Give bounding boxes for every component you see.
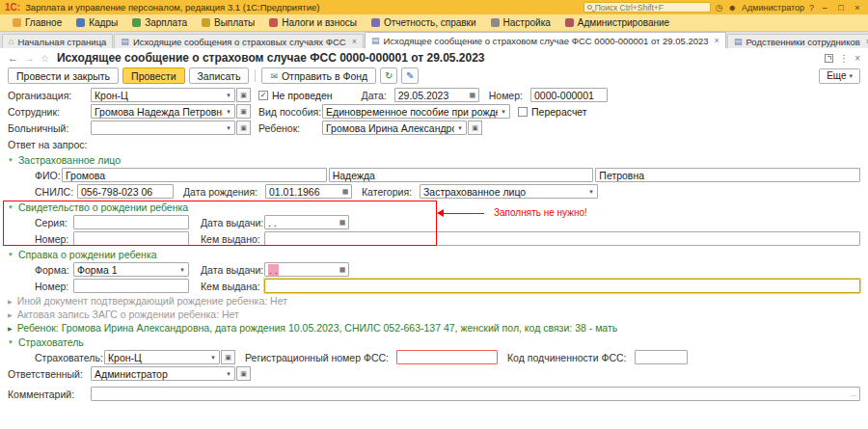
fss-code-field[interactable] [635,350,688,364]
group-zags-record[interactable]: ▶ Актовая запись ЗАГС о рождении ребенка… [0,308,868,321]
home-icon: ⌂ [9,37,14,46]
employee-field[interactable]: Громова Надежда Петровна ▾ [91,104,235,119]
collapse-icon[interactable]: ▼ [8,339,14,345]
tab-bar: ⌂ Начальная страница ▤ Исходящие сообщен… [0,32,868,48]
refresh-button[interactable]: ↻ [380,67,397,84]
sick-leave-field[interactable]: ▾ [91,121,235,135]
tab-close-icon[interactable]: × [715,36,719,45]
menu-item-otchetnost[interactable]: Отчетность, справки [365,16,483,29]
open-organization-button[interactable]: ▣ [236,88,251,102]
dropdown-icon[interactable]: ▾ [176,266,188,274]
calendar-icon[interactable]: ▦ [337,219,348,227]
child-field[interactable]: Громова Ирина Александровна ▾ [322,121,467,135]
dropdown-icon[interactable]: ▾ [498,108,509,116]
section-title[interactable]: Страхователь [18,336,84,348]
ref-issue-date-field[interactable]: . . ▦ [264,262,349,277]
menu-item-zarplata[interactable]: Зарплата [125,16,194,29]
dropdown-icon[interactable]: ▾ [223,92,234,99]
cert-issued-by-field[interactable] [264,231,860,246]
form-close-icon[interactable]: × [854,53,860,64]
menu-item-nalogi[interactable]: Налоги и взносы [262,16,364,29]
collapse-icon[interactable]: ▼ [8,157,14,163]
child-value: Громова Ирина Александровна [323,122,454,134]
recalculation-checkbox[interactable]: Перерасчет [518,106,587,118]
history-icon[interactable]: ◷ [716,3,723,13]
dropdown-icon[interactable]: ▾ [454,124,466,132]
checkbox-label: Перерасчет [531,106,587,118]
section-title[interactable]: Справка о рождении ребенка [18,249,157,260]
menu-item-administrirovanie[interactable]: Администрирование [558,16,676,29]
send-to-fund-button[interactable]: ✉ Отправить в Фонд [261,67,376,84]
write-button[interactable]: Записать [189,67,250,84]
global-search-input[interactable]: Поиск Ctrl+Shift+F [583,2,711,13]
open-insurer-button[interactable]: ▣ [221,350,235,364]
signature-button[interactable]: ✎ [401,67,419,84]
menu-item-nastroyka[interactable]: Настройка [484,16,557,29]
open-responsible-button[interactable]: ▣ [236,366,251,381]
dropdown-icon[interactable]: ▾ [223,370,234,378]
dropdown-icon[interactable]: ▾ [207,354,219,362]
responsible-field[interactable]: Администратор ▾ [91,366,235,381]
comment-field[interactable]: … [91,387,860,401]
collapse-icon[interactable]: ▼ [8,204,14,210]
section-title[interactable]: Застрахованное лицо [18,154,121,166]
forward-button[interactable]: → [24,52,35,64]
document-number-field[interactable]: 0000-000001 [530,88,608,102]
not-posted-checkbox[interactable]: ✓ Не проведен [258,90,333,101]
group-other-document[interactable]: ▶ Иной документ подтверждающий рождение … [0,294,868,308]
tab-close-icon[interactable]: × [352,37,357,46]
cert-issue-date-field[interactable]: . . ▦ [264,215,349,229]
dropdown-icon[interactable]: ▾ [223,124,234,132]
menu-item-kadry[interactable]: Кадры [69,16,124,29]
expand-icon: ▶ [8,298,13,305]
calendar-icon[interactable]: ▦ [337,266,348,274]
cert-number-field[interactable] [73,231,189,246]
open-child-button[interactable]: ▣ [468,121,482,135]
ref-form-field[interactable]: Форма 1 ▾ [73,262,189,277]
insurer-label: Страхователь: [35,352,104,363]
tab-home[interactable]: ⌂ Начальная страница [2,34,113,48]
comment-expand-icon[interactable]: … [848,390,859,397]
post-button[interactable]: Провести [122,67,184,84]
back-button[interactable]: ← [8,52,18,64]
tab-outgoing-message-document[interactable]: ▤ Исходящее сообщение о страховом случае… [365,32,726,48]
category-field[interactable]: Застрахованное лицо ▾ [420,184,598,199]
menu-item-glavnoe[interactable]: Главное [6,16,68,29]
post-and-close-button[interactable]: Провести и закрыть [8,67,119,84]
menu-item-vyplaty[interactable]: Выплаты [195,16,261,29]
ref-number-field[interactable] [73,279,189,293]
window-close-button[interactable]: × [852,3,863,13]
first-name-field[interactable]: Надежда [329,168,594,182]
dropdown-icon[interactable]: ▾ [223,108,234,116]
document-date-field[interactable]: 29.05.2023 ▦ [394,88,479,102]
group-child-info[interactable]: ▶ Ребенок: Громова Ирина Александровна, … [0,321,868,335]
favorite-star-icon[interactable]: ☆ [41,53,49,64]
calendar-icon[interactable]: ▦ [467,92,478,99]
calendar-icon[interactable]: ▦ [339,188,351,196]
cert-series-field[interactable] [73,215,189,229]
birth-date-field[interactable]: 01.01.1966 ▦ [265,184,352,199]
organization-field[interactable]: Крон-Ц ▾ [91,88,235,102]
tab-outgoing-messages-list[interactable]: ▤ Исходящие сообщения о страховых случая… [114,34,364,48]
open-sick-leave-button[interactable]: ▣ [236,121,251,135]
benefit-kind-field[interactable]: Единовременное пособие при рождении ребе… [322,104,510,119]
help-icon[interactable]: ? [809,3,814,13]
fss-reg-field[interactable] [396,350,498,364]
kebab-menu-icon[interactable]: ⋮ [839,53,849,64]
ref-issued-by-field[interactable] [264,279,860,293]
get-link-icon[interactable] [825,54,833,63]
minimize-button[interactable]: ‒ [819,3,830,13]
series-label: Серия: [35,217,73,228]
tab-relatives[interactable]: ▤ Родственники сотрудников × [727,34,868,48]
last-name-field[interactable]: Громова [62,168,327,182]
dropdown-icon[interactable]: ▾ [585,188,597,196]
collapse-icon[interactable]: ▼ [8,252,14,257]
middle-name-field[interactable]: Петровна [595,168,860,182]
open-employee-button[interactable]: ▣ [236,104,251,119]
section-title[interactable]: Свидетельство о рождении ребенка [18,201,188,213]
maximize-button[interactable]: □ [835,3,847,13]
snils-field[interactable]: 056-798-023 06 [77,184,174,199]
current-user-label[interactable]: Администратор [742,3,804,13]
more-button[interactable]: Еще ▾ [819,68,860,84]
insurer-field[interactable]: Крон-Ц ▾ [104,350,220,364]
